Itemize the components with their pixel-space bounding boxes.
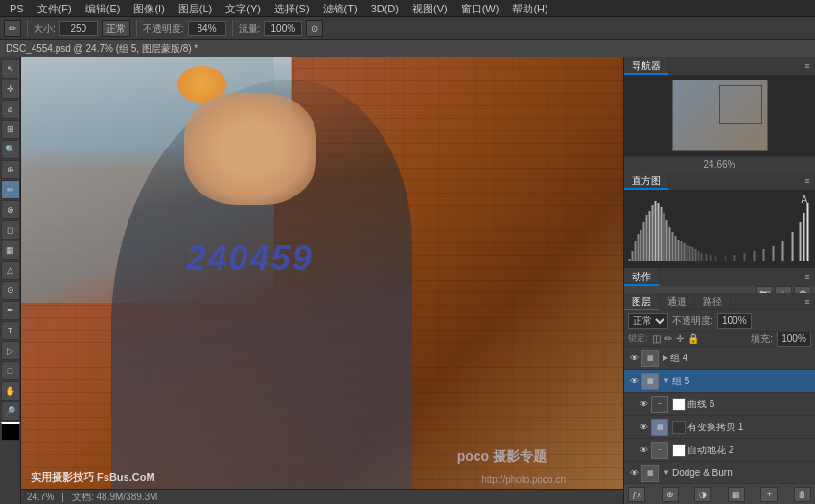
layer-group5[interactable]: 👁 ▦ ▼ 组 5 [624,370,815,393]
lock-transparent-btn[interactable]: ◫ [652,333,661,344]
flow-input[interactable] [264,21,302,36]
layer-mask-thumb [672,444,686,457]
layer-thumb: ▦ [641,373,659,390]
tool-text[interactable]: T [1,321,20,340]
tool-zoom[interactable]: 🔎 [1,401,20,421]
tool-brush[interactable]: ✏ [1,180,20,199]
layer-label: 曲线 6 [687,398,714,411]
layer-thumb: ~ [651,396,668,413]
navigator-content [624,75,815,156]
eye-icon[interactable]: 👁 [638,399,649,410]
tool-select[interactable]: ↖ [1,59,20,79]
layer-smart1[interactable]: 👁 ▦ 有变换拷贝 1 [624,416,815,439]
tool-eyedropper[interactable]: 🔍 [1,140,20,159]
menu-image[interactable]: 图像(I) [128,0,170,17]
layer-auto[interactable]: 👁 ~ 自动地花 2 [624,439,815,462]
menu-help[interactable]: 帮助(H) [506,0,553,17]
tab-paths[interactable]: 路径 [695,293,731,310]
lock-all-btn[interactable]: 🔒 [687,333,699,344]
menu-view[interactable]: 视图(V) [407,0,454,17]
layer-curve6[interactable]: 👁 ~ 曲线 6 [624,393,815,416]
opacity-input[interactable] [188,21,226,36]
tab-histogram[interactable]: 直方图 [624,172,669,190]
toolbar: ✏ 大小: 正常 不透明度: 流量: ⊙ [0,17,815,40]
expand-icon: ▼ [663,469,670,477]
doc-info: 文档: 48.9M/389.3M [72,491,157,504]
blend-mode-select[interactable]: 正常 [628,313,668,329]
svg-rect-14 [669,227,671,261]
menu-edit[interactable]: 编辑(E) [80,0,127,17]
tool-blur[interactable]: △ [1,261,20,280]
eye-icon[interactable]: 👁 [638,445,649,456]
airbrush-btn[interactable]: ⊙ [306,20,323,37]
layer-fill-input[interactable] [777,332,811,347]
tool-gradient[interactable]: ▦ [1,241,20,260]
eye-icon[interactable]: 👁 [638,422,649,433]
tool-dodge[interactable]: ⊙ [1,281,20,300]
delete-layer-btn[interactable]: 🗑 [794,487,811,502]
layer-label: 有变换拷贝 1 [687,421,743,434]
canvas-area[interactable]: 240459 poco 摄影专题 http://photo.poco.cn 实用… [21,57,623,504]
menu-select[interactable]: 选择(S) [268,0,315,17]
tool-eraser[interactable]: ◻ [1,220,20,240]
tab-channels[interactable]: 通道 [660,293,695,310]
size-label: 大小: [34,22,56,35]
tool-fg-color[interactable] [1,422,20,441]
menu-ps[interactable]: PS [4,0,30,17]
tool-crop[interactable]: ⊞ [1,120,20,139]
layer-opacity-input[interactable] [717,313,752,329]
layer-dodge-burn[interactable]: 👁 ▦ ▼ Dodge & Burn [624,462,815,483]
tool-brush-icon[interactable]: ✏ [4,20,21,37]
new-group-btn[interactable]: ▦ [728,487,745,502]
svg-rect-13 [666,220,668,261]
navigator-menu-btn[interactable]: ≡ [800,57,815,75]
tool-lasso[interactable]: ⌀ [1,100,20,119]
adjustment-btn[interactable]: ◑ [694,487,711,502]
eye-icon[interactable]: 👁 [628,468,640,479]
tool-path-select[interactable]: ▷ [1,341,20,360]
fill-controls: 锁定: ◫ ✏ ✛ 🔒 填充: [624,332,815,347]
menu-window[interactable]: 窗口(W) [455,0,505,17]
eye-icon[interactable]: 👁 [628,376,640,387]
history-menu-btn[interactable]: ≡ [800,268,815,286]
navigator-panel: 导航器 ≡ 24.66% [624,57,815,172]
tab-history[interactable]: 动作 [624,268,660,286]
lock-image-btn[interactable]: ✏ [664,333,672,344]
layer-styles-btn[interactable]: ƒx [628,487,645,502]
brush-size-input[interactable] [59,21,98,36]
tool-clone[interactable]: ⊗ [1,200,20,219]
svg-rect-10 [658,203,660,261]
lock-position-btn[interactable]: ✛ [676,333,684,344]
eye-icon[interactable]: 👁 [628,353,640,364]
layer-label: 组 5 [672,375,689,388]
tab-layers[interactable]: 图层 [624,293,660,310]
tab-navigator[interactable]: 导航器 [624,57,669,75]
tool-shape[interactable]: □ [1,361,20,380]
svg-rect-17 [678,240,680,261]
menu-file[interactable]: 文件(F) [32,0,78,17]
menu-text[interactable]: 文字(Y) [220,0,267,17]
layers-menu-btn[interactable]: ≡ [800,293,815,310]
svg-rect-1 [632,251,634,261]
add-mask-btn[interactable]: ⊕ [662,487,679,502]
tool-pen[interactable]: ✒ [1,301,20,320]
layers-list[interactable]: 👁 ▦ ▶ 组 4 👁 ▦ ▼ 组 5 👁 ~ 曲线 6 [624,347,815,483]
tool-hand[interactable]: ✋ [1,381,20,401]
menu-layer[interactable]: 图层(L) [173,0,218,17]
hist-tab-spacer [660,268,800,286]
file-tab[interactable]: DSC_4554.psd @ 24.7% (组 5, 图层蒙版/8) * [0,40,815,57]
svg-rect-36 [792,232,794,261]
svg-rect-26 [706,254,708,261]
svg-rect-15 [672,232,674,261]
layer-group4[interactable]: 👁 ▦ ▶ 组 4 [624,347,815,370]
brush-mode-dropdown[interactable]: 正常 [102,20,130,37]
menu-3d[interactable]: 3D(D) [365,0,405,17]
svg-rect-2 [635,241,637,261]
tool-move[interactable]: ✛ [1,80,20,99]
tool-healing[interactable]: ⊕ [1,160,20,179]
menu-filter[interactable]: 滤镜(T) [317,0,363,17]
svg-rect-7 [649,211,651,261]
navigator-tabs: 导航器 ≡ [624,57,815,75]
histogram-menu-btn[interactable]: ≡ [800,172,815,190]
new-layer-btn[interactable]: + [760,487,778,502]
